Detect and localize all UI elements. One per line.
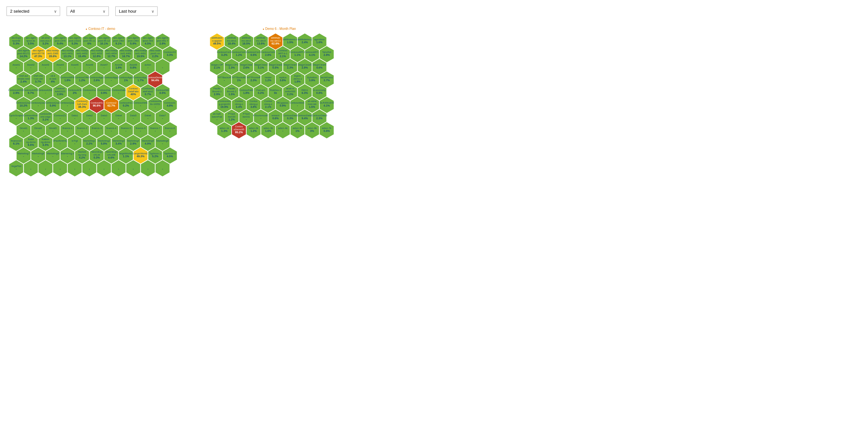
hex-value: 4.1% [323, 104, 330, 107]
hex-value: 1% [237, 79, 241, 82]
hex-value: - [155, 105, 156, 108]
hex-value: - [125, 129, 126, 132]
hex-value: - [74, 142, 75, 145]
hex-value: 1.8% [294, 80, 301, 83]
hex-value: 0.3% [13, 42, 20, 45]
hex-value: 6.1% [13, 142, 20, 145]
hex-value: - [104, 117, 104, 120]
vm-select[interactable]: All [67, 6, 109, 16]
chart1-label: ⬥ Contoso IT - demo [6, 27, 194, 31]
hex-name: Pacific [228, 87, 235, 90]
hex-name: Aks-nodep [91, 49, 103, 52]
hex-value: - [297, 104, 298, 107]
hex-value: 10.2% [20, 104, 28, 107]
hex-name: all-wind [41, 36, 50, 39]
hex-name: aex-agent [55, 36, 66, 39]
charts-container: ⬥ Contoso IT - demo AA-ExportpointE0.3%a… [0, 24, 868, 204]
hex-value: - [16, 117, 17, 120]
hex-value: - [45, 167, 46, 170]
hex-name: P7acil [243, 113, 250, 115]
hex-value: - [67, 104, 68, 107]
hex-value: 4.8% [167, 104, 173, 107]
hex-value: - [224, 79, 225, 82]
hex-value: 3.3% [167, 53, 173, 57]
hex-value: 1.1% [123, 155, 129, 158]
hex-value: 2.3% [316, 117, 322, 120]
hex-value: - [216, 118, 217, 121]
hex-value: 1.2% [265, 79, 272, 82]
hex-name: aex-agent [113, 36, 124, 39]
hex-value: - [118, 117, 119, 120]
hex-value: - [162, 117, 163, 120]
hex-value: 3.8% [250, 105, 257, 108]
hex-value: - [111, 129, 112, 132]
hex-value: 9.4% [57, 42, 63, 45]
hex-name: chef-che [33, 74, 43, 77]
hex-value: 1% [295, 129, 300, 132]
hex-name: fcabli [28, 138, 34, 141]
hex-value: 2.1% [265, 105, 272, 108]
hex-value: 1.2% [228, 118, 235, 121]
hex-name: Contos [235, 100, 243, 103]
hex-value: - [16, 66, 17, 69]
hex-value: 3% [310, 129, 314, 132]
hex-value: - [148, 66, 149, 69]
hex-value: - [89, 91, 90, 95]
hex-value: 2.2% [287, 93, 293, 96]
hex-name: Aks-nodep [105, 49, 117, 52]
hex-name: fcabori [42, 138, 50, 141]
hex-name: aWithdem [212, 36, 222, 39]
hex-name: Aks-nodep [62, 49, 73, 52]
hex-value: 47.3% [34, 55, 42, 58]
hex-value: 49.5% [213, 42, 221, 45]
hex-value: - [52, 155, 53, 158]
hex-name: ContosoHe [149, 100, 161, 103]
hex-name: aex-agent [18, 49, 29, 52]
hex-name: aex-agent [84, 36, 95, 39]
subscription-select[interactable]: 2 selected All Contoso IT - demo Demo 6 … [6, 6, 60, 16]
chart1: ⬥ Contoso IT - demo AA-ExportpointE0.3%a… [6, 27, 194, 200]
hex-name: ah-asha [308, 100, 317, 103]
chart2-label: ⬥ Demo 6 - Month Plan [207, 27, 351, 31]
hex-value: 6% [87, 42, 92, 45]
chart1-svg: AA-ExportpointE0.3%aex-agentpool-dc3.5%a… [6, 32, 194, 199]
hex-value: - [60, 117, 61, 120]
hex-value: 9.1% [116, 42, 122, 45]
hex-name: Aks-nodep [47, 49, 59, 52]
hex-value: 62.7% [107, 104, 116, 107]
hex-value: - [52, 129, 53, 132]
hex-value: 2.9% [13, 91, 20, 95]
hex-value: - [89, 66, 90, 69]
hex-value: 0.2% [258, 91, 264, 95]
hex-value: 5.8% [101, 142, 107, 145]
hex-value: 14.2% [20, 55, 28, 58]
hex-value: 2.9% [214, 93, 220, 96]
hex-value: 16.7% [122, 55, 130, 58]
hex-value: 2.8% [323, 53, 330, 57]
cpu-usage-title [0, 16, 868, 24]
hex-value: 5.9% [50, 104, 56, 107]
hex-value: 1.2% [79, 79, 86, 82]
hex-value: - [82, 129, 83, 132]
hex-value: 3.2% [42, 42, 49, 45]
hex-value: - [169, 129, 170, 132]
hex-value: - [104, 167, 104, 170]
hex-value: 94.4% [151, 79, 159, 82]
hex-value: 4.6% [316, 66, 322, 69]
hex-value: 2% [73, 91, 77, 95]
hex-name: cit-ti [51, 74, 55, 77]
hex-value: 2.2% [152, 55, 158, 58]
hex-value: 0.9% [280, 104, 286, 107]
hex-value: 4% [51, 80, 55, 83]
hex-value: 2.6% [94, 79, 100, 82]
hex-value: - [31, 66, 32, 69]
hex-value: - [155, 129, 156, 132]
hex-value: - [74, 117, 75, 120]
timerange-select[interactable]: Last hour Last 24 hours Last 7 days Last… [115, 6, 158, 16]
hex-value: 1.2% [236, 53, 242, 57]
vm-filter: All [67, 5, 109, 16]
hex-value: 1.8% [64, 79, 71, 82]
hex-name: aWithde [227, 36, 236, 39]
hex-name: legion [294, 74, 301, 77]
hex-value: 13.6% [257, 42, 265, 45]
